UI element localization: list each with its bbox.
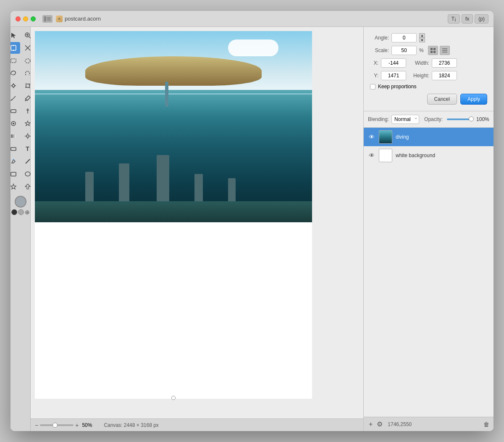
blending-label: Blending: (368, 116, 389, 122)
magic-wand-tool[interactable] (10, 80, 20, 92)
fx-button[interactable]: fx (462, 14, 473, 24)
opacity-label: Opacity: (424, 116, 443, 122)
svg-point-15 (25, 59, 30, 63)
text-tool-button[interactable]: T¡ (448, 14, 460, 24)
svg-point-32 (26, 135, 29, 137)
statue-2 (119, 163, 129, 205)
minimize-button[interactable] (23, 16, 28, 21)
layer-visibility-white-bg[interactable]: 👁 (368, 152, 375, 159)
layer-name-white-bg: white background (396, 153, 435, 158)
x-input[interactable] (381, 58, 406, 68)
pen-tool[interactable] (10, 155, 20, 167)
zoom-slider-thumb (52, 423, 58, 428)
color-picker-circle[interactable] (15, 196, 26, 208)
center-handle[interactable] (171, 396, 176, 400)
opacity-slider-thumb (469, 116, 474, 121)
statue-4 (194, 174, 203, 205)
pencil-tool[interactable] (10, 92, 20, 104)
maximize-button[interactable] (31, 16, 36, 21)
canvas-area: − + 50% Canvas: 2448 × 3168 px (31, 27, 363, 431)
svg-marker-41 (11, 184, 16, 189)
clone-tool[interactable] (10, 118, 20, 129)
height-pair: Height: (412, 71, 457, 80)
layer-thumbnail-white-bg (379, 149, 392, 162)
canvas-photo (35, 31, 312, 222)
grid-icon-2[interactable] (440, 46, 450, 55)
tools-panel: T (10, 27, 31, 431)
shape-rect-tool[interactable] (10, 143, 20, 155)
layers-footer: + ⚙ 1746,2550 🗑 (364, 417, 494, 431)
width-label: Width: (412, 60, 429, 66)
svg-rect-14 (11, 59, 16, 63)
right-panel: Angle: ▲ ▼ Scale: % (363, 27, 494, 431)
apply-button[interactable]: Apply (460, 94, 487, 105)
height-input[interactable] (432, 71, 457, 80)
underwater-scene (35, 31, 312, 222)
zoom-slider[interactable] (40, 424, 74, 426)
scale-row: Scale: % (370, 46, 487, 55)
svg-line-6 (29, 37, 31, 38)
svg-rect-0 (44, 16, 46, 21)
diver (165, 82, 168, 107)
svg-rect-39 (11, 172, 16, 176)
zoom-plus-button[interactable]: + (75, 422, 79, 429)
opacity-slider[interactable] (447, 118, 472, 120)
grid-icon-1[interactable] (428, 46, 438, 55)
y-input[interactable] (381, 71, 406, 80)
plugin-button[interactable]: (p) (475, 14, 488, 24)
scale-input[interactable] (391, 46, 417, 55)
filename-label: postcard.acorn (65, 16, 101, 22)
foreground-color[interactable] (11, 209, 17, 215)
angle-input[interactable] (391, 33, 417, 42)
move-tool[interactable] (10, 42, 20, 54)
layer-item-diving[interactable]: 👁 diving (364, 128, 494, 146)
angle-stepper-down[interactable]: ▼ (419, 38, 425, 42)
coords-label: 1746,2550 (388, 421, 412, 427)
svg-point-29 (13, 123, 14, 124)
canvas-image-container (35, 31, 312, 399)
eraser-tool[interactable] (10, 105, 20, 117)
add-layer-button[interactable]: + (368, 421, 373, 428)
svg-point-40 (25, 172, 30, 176)
layers-panel: Blending: Normal Multiply Screen Overlay… (364, 111, 494, 431)
close-button[interactable] (16, 16, 21, 21)
cancel-button[interactable]: Cancel (427, 94, 457, 105)
svg-rect-27 (11, 110, 16, 113)
layer-name-diving: diving (396, 134, 409, 140)
scale-label: Scale: (370, 47, 389, 53)
width-pair: Width: (412, 58, 457, 68)
svg-rect-45 (430, 51, 433, 53)
layer-visibility-diving[interactable]: 👁 (368, 133, 375, 141)
canvas-bottom-bar: − + 50% Canvas: 2448 × 3168 px (31, 418, 363, 431)
canvas-white-area (35, 222, 312, 399)
sidebar-toggle-button[interactable] (42, 15, 52, 23)
keep-proportions-row: Keep proportions (370, 84, 487, 89)
layer-settings-button[interactable]: ⚙ (376, 420, 383, 428)
angle-stepper-up[interactable]: ▲ (419, 33, 425, 38)
arrow-tool[interactable] (10, 29, 20, 41)
y-label: Y: (370, 73, 378, 79)
color-zoom-tool[interactable]: ⊕ (25, 209, 30, 216)
layer-item-white-background[interactable]: 👁 white background (364, 146, 494, 165)
percent-label: % (419, 47, 424, 53)
lasso-tool[interactable] (10, 67, 20, 79)
keep-proportions-checkbox[interactable] (370, 84, 375, 89)
toolbar-right: T¡ fx (p) (448, 14, 488, 24)
background-color[interactable] (18, 209, 24, 215)
star-tool[interactable] (10, 181, 20, 192)
rect-select-tool[interactable] (10, 55, 20, 66)
x-pair: X: (370, 58, 406, 68)
blending-select[interactable]: Normal Multiply Screen Overlay (391, 115, 419, 124)
blending-row: Blending: Normal Multiply Screen Overlay… (364, 111, 494, 128)
rect-shape-tool[interactable] (10, 168, 20, 180)
grid-icons (428, 46, 450, 55)
angle-label: Angle: (370, 35, 389, 41)
zoom-minus-button[interactable]: − (35, 422, 38, 429)
delete-layer-button[interactable]: 🗑 (483, 421, 489, 428)
svg-rect-43 (430, 48, 433, 50)
height-label: Height: (412, 73, 429, 79)
gradient-tool[interactable] (10, 130, 20, 142)
titlebar: A postcard.acorn T¡ fx (p) (10, 11, 494, 27)
svg-rect-2 (47, 18, 51, 19)
width-input[interactable] (432, 58, 457, 68)
